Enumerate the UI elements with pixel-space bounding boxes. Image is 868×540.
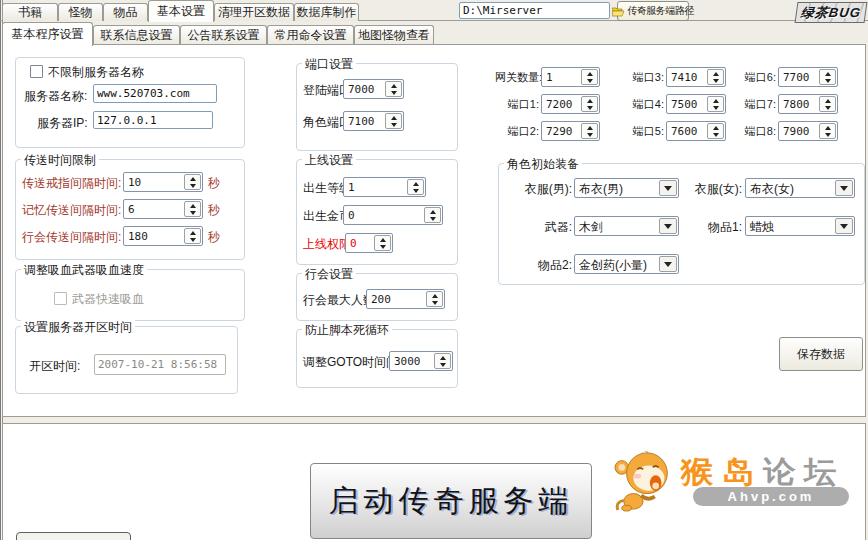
spin-value[interactable]: 7410: [667, 68, 706, 86]
item2-select[interactable]: 金创药(小量): [574, 254, 679, 274]
subtab-basic-program[interactable]: 基本程序设置: [2, 22, 93, 46]
server-ip-label: 服务器IP:: [37, 115, 88, 132]
spin-down-icon[interactable]: [820, 77, 835, 84]
spin-down-icon[interactable]: [708, 77, 723, 84]
birth-gold-spinner: 0: [343, 205, 443, 225]
subtab-commands[interactable]: 常用命令设置: [267, 25, 354, 45]
item1-select[interactable]: 蜡烛: [745, 216, 855, 236]
spin-up-icon[interactable]: [582, 97, 597, 104]
spin-up-icon[interactable]: [582, 124, 597, 131]
spin-up-icon[interactable]: [185, 202, 200, 209]
spin-value[interactable]: 7500: [667, 95, 706, 113]
tab-basic-settings[interactable]: 基本设置: [148, 0, 214, 22]
server-path-input[interactable]: [459, 2, 610, 19]
spin-up-icon[interactable]: [386, 114, 401, 121]
dropdown-arrow-icon[interactable]: [659, 180, 677, 196]
spin-down-icon[interactable]: [708, 131, 723, 138]
spin-value[interactable]: 7000: [344, 80, 384, 98]
save-data-button[interactable]: 保存数据: [779, 337, 863, 371]
tab-label: 书籍: [18, 4, 42, 21]
save-data-label: 保存数据: [797, 346, 845, 363]
start-server-button[interactable]: 启动传奇服务端: [310, 463, 592, 539]
guild-group: 行会设置 行会最大人数: 200: [296, 273, 458, 321]
spin-down-icon[interactable]: [820, 131, 835, 138]
spin-up-icon[interactable]: [185, 175, 200, 182]
tab-clear-data[interactable]: 清理开区数据: [214, 3, 294, 21]
unlimited-name-label: 不限制服务器名称: [48, 64, 144, 81]
spin-value[interactable]: 1: [542, 68, 580, 86]
unlimited-name-checkbox[interactable]: [30, 65, 43, 78]
tab-database[interactable]: 数据库制作: [294, 3, 359, 21]
spin-value[interactable]: 3000: [390, 352, 433, 370]
spin-up-icon[interactable]: [185, 229, 200, 236]
combo-value: 金创药(小量): [575, 255, 658, 273]
spin-down-icon[interactable]: [435, 361, 450, 368]
spin-up-icon[interactable]: [582, 70, 597, 77]
spin-down-icon[interactable]: [582, 77, 597, 84]
subtab-map-monsters[interactable]: 地图怪物查看: [354, 25, 434, 45]
clothes-female-select[interactable]: 布衣(女): [745, 178, 855, 198]
tab-monsters[interactable]: 怪物: [58, 3, 103, 21]
spin-value[interactable]: 7700: [779, 68, 818, 86]
spin-up-icon[interactable]: [820, 70, 835, 77]
teleport-ring-label: 传送戒指间隔时间:: [22, 175, 121, 192]
memory-teleport-spinner: 6: [123, 199, 203, 219]
spin-value[interactable]: 10: [124, 173, 183, 191]
port5-label: 端口5:: [620, 124, 664, 139]
spin-down-icon[interactable]: [185, 236, 200, 243]
spin-up-icon[interactable]: [708, 97, 723, 104]
spin-value[interactable]: 180: [124, 227, 183, 245]
spin-up-icon[interactable]: [708, 124, 723, 131]
server-name-input[interactable]: [93, 84, 217, 103]
spin-value[interactable]: 7600: [667, 122, 706, 140]
spin-down-icon[interactable]: [375, 243, 390, 250]
spin-up-icon[interactable]: [408, 180, 423, 187]
spin-up-icon[interactable]: [386, 82, 401, 89]
spin-value[interactable]: 1: [344, 178, 406, 196]
tab-items[interactable]: 物品: [103, 3, 148, 21]
spin-down-icon[interactable]: [708, 104, 723, 111]
fast-drain-checkbox[interactable]: [54, 292, 67, 305]
clipped-bottom-button[interactable]: [16, 532, 131, 540]
spin-value[interactable]: 200: [367, 290, 425, 308]
spin-down-icon[interactable]: [582, 131, 597, 138]
spin-down-icon[interactable]: [820, 104, 835, 111]
spin-up-icon[interactable]: [427, 292, 442, 299]
spin-down-icon[interactable]: [582, 104, 597, 111]
spin-value[interactable]: 7200: [542, 95, 580, 113]
browse-path-button[interactable]: 传奇服务端路径: [617, 1, 689, 21]
spin-up-icon[interactable]: [425, 208, 440, 215]
subtab-contact-info[interactable]: 联系信息设置: [93, 25, 180, 45]
spin-down-icon[interactable]: [408, 187, 423, 194]
spin-value[interactable]: 0: [346, 234, 373, 252]
port8-label: 端口8:: [732, 124, 776, 139]
spin-down-icon[interactable]: [386, 89, 401, 96]
dropdown-arrow-icon[interactable]: [835, 180, 853, 196]
spin-up-icon[interactable]: [375, 236, 390, 243]
tab-label: 清理开区数据: [218, 4, 290, 21]
spin-value[interactable]: 6: [124, 200, 183, 218]
weapon-select[interactable]: 木剑: [574, 216, 679, 236]
spin-value[interactable]: 7900: [779, 122, 818, 140]
dropdown-arrow-icon[interactable]: [835, 218, 853, 234]
subtab-announce[interactable]: 公告联系设置: [180, 25, 267, 45]
spin-up-icon[interactable]: [820, 97, 835, 104]
spin-down-icon[interactable]: [427, 299, 442, 306]
spin-down-icon[interactable]: [386, 121, 401, 128]
spin-up-icon[interactable]: [435, 354, 450, 361]
spin-up-icon[interactable]: [708, 70, 723, 77]
spin-value[interactable]: 7290: [542, 122, 580, 140]
clothes-male-select[interactable]: 布衣(男): [574, 178, 679, 198]
spin-value[interactable]: 7100: [344, 112, 384, 130]
spin-up-icon[interactable]: [820, 124, 835, 131]
tab-books[interactable]: 书籍: [2, 3, 58, 21]
dropdown-arrow-icon[interactable]: [659, 218, 677, 234]
spin-down-icon[interactable]: [425, 215, 440, 222]
spin-value[interactable]: 0: [344, 206, 423, 224]
spin-value[interactable]: 7800: [779, 95, 818, 113]
dropdown-arrow-icon[interactable]: [659, 256, 677, 272]
brand-secondary: 论坛: [763, 455, 845, 488]
server-ip-input[interactable]: [93, 111, 213, 129]
spin-down-icon[interactable]: [185, 209, 200, 216]
spin-down-icon[interactable]: [185, 182, 200, 189]
